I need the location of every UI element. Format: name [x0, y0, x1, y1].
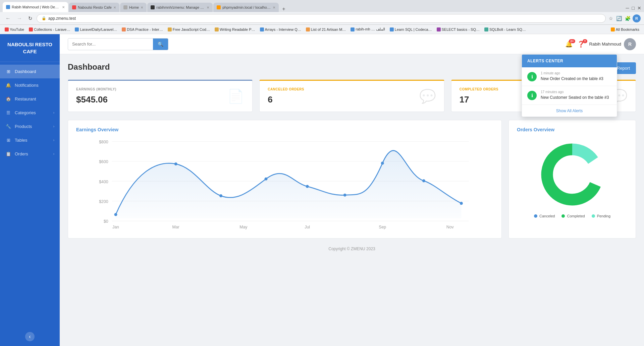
sidebar-item-products[interactable]: 🔧 Products ›	[0, 120, 60, 133]
orders-icon: 📋	[5, 151, 11, 156]
bookmark-collections[interactable]: Collections - Larave…	[27, 27, 72, 32]
alert-icon-2: ℹ	[527, 91, 537, 100]
sidebar-item-tables[interactable]: ⊞ Tables ›	[0, 133, 60, 147]
app-wrapper: NABOULSI RESTO CAFE ⊞ Dashboard 🔔 Notifi…	[0, 34, 644, 346]
svg-point-17	[422, 179, 425, 182]
categories-icon: ☰	[5, 110, 11, 115]
svg-text:$200: $200	[99, 199, 108, 204]
categories-arrow: ›	[53, 111, 54, 115]
search-box: 🔍	[68, 38, 168, 50]
sidebar-label-products: Products	[15, 124, 53, 129]
bookmarks-bar: YouTube Collections - Larave… LaravelDai…	[0, 25, 644, 34]
alert-text-1: New Order Created on the table #3	[541, 76, 603, 82]
nav-action-icons: ☆ 🔄 🧩 R	[608, 14, 641, 22]
tab-2[interactable]: Naboulsi Resto Cafe ✕	[69, 3, 119, 12]
svg-point-14	[306, 185, 309, 188]
bookmark-sqlbolt[interactable]: SQLBolt - Learn SQ…	[482, 27, 528, 32]
bookmark-js[interactable]: Free JavaScript Cod…	[166, 27, 212, 32]
stat-label-earnings: EARNINGS (MONTHLY)	[76, 87, 116, 91]
sidebar-label-dashboard: Dashboard	[15, 69, 36, 74]
avatar: R	[624, 38, 636, 50]
canceled-icon: 💬	[419, 88, 436, 104]
bookmark-artisan[interactable]: List of 21 Artisan M…	[304, 27, 348, 32]
sidebar-label-restaurant: Restaurant	[15, 96, 36, 101]
bookmark-arrays[interactable]: Arrays - Interview Q…	[258, 27, 303, 32]
svg-point-15	[343, 194, 346, 197]
profile-sync-btn[interactable]: 🔄	[615, 15, 623, 22]
tab-4[interactable]: rabihmnh/zmenu: Manage your… ✕	[147, 3, 213, 12]
user-name: Rabih Mahmoud	[589, 42, 621, 47]
forward-button[interactable]: →	[15, 14, 24, 23]
sidebar-collapse: ‹	[0, 327, 60, 346]
orders-chart-title: Orders Overview	[517, 127, 628, 132]
alerts-popup: ALERTS CENTER ℹ 1 minute ago New Order C…	[522, 54, 617, 117]
show-all-link[interactable]: Show All Alerts	[556, 109, 583, 113]
alerts-header: ALERTS CENTER	[522, 55, 617, 67]
reload-button[interactable]: ↻	[26, 14, 35, 23]
orders-arrow: ›	[53, 152, 54, 156]
sidebar-item-notifications[interactable]: 🔔 Notifications	[0, 78, 60, 92]
tab-bar: Rabih Mahmoud | Web Develo… ✕ Naboulsi R…	[0, 0, 644, 12]
products-arrow: ›	[53, 125, 54, 128]
svg-point-12	[219, 194, 222, 197]
stat-value-completed: 17	[460, 94, 498, 105]
bookmark-laravel-daily[interactable]: LaravelDaily/Laravel…	[73, 27, 119, 32]
bookmark-sql-learn[interactable]: Learn SQL | Codeca…	[388, 27, 434, 32]
tab-3[interactable]: Home ✕	[120, 3, 147, 12]
url-bar[interactable]: 🔒 app.zmenu.test	[37, 14, 606, 23]
svg-text:Jul: Jul	[305, 225, 310, 229]
notifications-icon: 🔔	[5, 83, 11, 88]
stat-content-canceled: CANCELED ORDERS 6	[268, 87, 304, 105]
alert-item-2: ℹ 17 minutes ago New Customer Seated on …	[522, 86, 617, 105]
notifications-button[interactable]: 🔔 2+	[565, 41, 573, 48]
svg-point-13	[265, 178, 268, 181]
stat-value-earnings: $545.06	[76, 94, 116, 105]
bookmark-rabih[interactable]: rabih-mh … الملف	[348, 26, 387, 32]
line-chart-container: $800 $600 $400 $200 $0	[76, 138, 493, 231]
sidebar: NABOULSI RESTO CAFE ⊞ Dashboard 🔔 Notifi…	[0, 34, 60, 346]
bookmark-sql-select[interactable]: SELECT basics - SQ…	[435, 27, 482, 32]
bookmark-star-btn[interactable]: ☆	[608, 15, 614, 22]
logo-text: NABOULSI RESTO CAFE	[5, 41, 54, 55]
copyright-footer: Copyright © ZMENU 2023	[68, 238, 636, 254]
copyright-text: Copyright © ZMENU 2023	[328, 247, 375, 251]
sidebar-item-categories[interactable]: ☰ Categories ›	[0, 106, 60, 120]
search-button[interactable]: 🔍	[153, 39, 168, 50]
sidebar-item-orders[interactable]: 📋 Orders ›	[0, 147, 60, 161]
stat-card-earnings: EARNINGS (MONTHLY) $545.06 📄	[68, 80, 253, 112]
collapse-button[interactable]: ‹	[25, 332, 35, 341]
tab-5[interactable]: phpmyadmin.local / localhost /… ✕	[213, 3, 279, 12]
tab-active[interactable]: Rabih Mahmoud | Web Develo… ✕	[3, 2, 68, 12]
tables-icon: ⊞	[5, 138, 11, 143]
bookmark-dsa[interactable]: DSA Practice - Inter…	[120, 27, 165, 32]
sidebar-item-dashboard[interactable]: ⊞ Dashboard	[0, 65, 60, 78]
earnings-icon: 📄	[227, 88, 244, 104]
browser-chrome: Rabih Mahmoud | Web Develo… ✕ Naboulsi R…	[0, 0, 644, 34]
back-button[interactable]: ←	[3, 14, 13, 23]
svg-point-10	[114, 213, 117, 216]
sidebar-item-restaurant[interactable]: 🏠 Restaurant	[0, 92, 60, 106]
stat-content-earnings: EARNINGS (MONTHLY) $545.06	[76, 87, 116, 105]
svg-point-18	[460, 202, 463, 205]
user-info: Rabih Mahmoud R	[589, 38, 636, 50]
svg-text:$400: $400	[99, 180, 108, 184]
lock-icon: 🔒	[42, 16, 46, 20]
alerts-footer: Show All Alerts	[522, 105, 617, 117]
sidebar-label-tables: Tables	[15, 138, 53, 143]
nav-bar: ← → ↻ 🔒 app.zmenu.test ☆ 🔄 🧩 R	[0, 12, 644, 25]
search-input[interactable]	[68, 39, 153, 49]
bookmark-all[interactable]: All Bookmarks	[609, 27, 641, 32]
earnings-chart-title: Earnings Overview	[76, 127, 493, 132]
orders-chart-card: Orders Overview	[508, 120, 636, 238]
user-profile-btn[interactable]: R	[633, 14, 641, 22]
donut-legend: Canceled Completed Pending	[517, 214, 628, 218]
bookmark-writing[interactable]: Writing Readable P…	[213, 27, 257, 32]
extensions-btn[interactable]: 🧩	[624, 15, 632, 22]
new-tab-button[interactable]: +	[279, 6, 288, 12]
bookmark-youtube[interactable]: YouTube	[3, 27, 26, 32]
products-icon: 🔧	[5, 124, 11, 129]
questions-button[interactable]: ❓ ?	[577, 41, 585, 48]
svg-text:$600: $600	[99, 159, 108, 164]
svg-text:May: May	[239, 225, 248, 229]
legend-completed: Completed	[561, 214, 585, 218]
